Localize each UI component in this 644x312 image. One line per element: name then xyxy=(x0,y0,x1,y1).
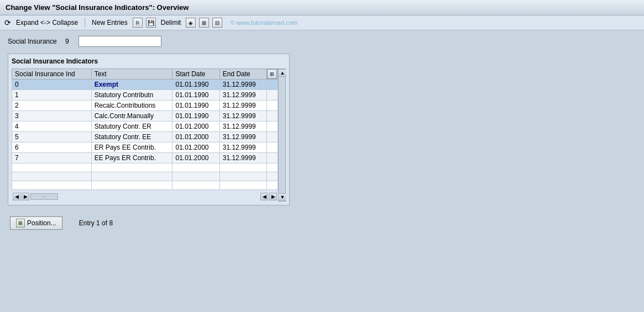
scroll-far-left-btn[interactable]: ◀ xyxy=(260,193,268,200)
table-row[interactable]: 3Calc.Contr.Manually01.01.199031.12.9999 xyxy=(12,111,278,121)
cell-ind: 2 xyxy=(12,101,92,111)
filter-label: Social Insurance xyxy=(8,38,63,45)
col-header-ind: Social Insurance Ind xyxy=(12,69,92,80)
cell-text: Statutory Contr. ER xyxy=(91,121,172,132)
table-settings-icon[interactable]: ⊞ xyxy=(267,69,277,79)
cell-start: 01.01.1990 xyxy=(172,111,219,121)
table-scroll-area: Social Insurance Ind Text Start Date End… xyxy=(12,68,286,202)
cell-start: 01.01.2000 xyxy=(172,142,219,153)
delimit-button[interactable]: Delimit xyxy=(159,18,183,27)
filter-value: 9 xyxy=(65,38,76,45)
icon-copy[interactable]: ⎘ xyxy=(133,18,143,28)
cell-ind: 1 xyxy=(12,90,92,101)
cell-icon xyxy=(267,142,278,153)
cell-icon xyxy=(267,80,278,90)
cell-empty xyxy=(12,163,92,172)
cell-empty xyxy=(91,163,172,172)
col-header-icon: ⊞ xyxy=(267,69,278,80)
filter-input[interactable] xyxy=(78,36,161,47)
cell-empty xyxy=(219,172,266,181)
cell-end: 31.12.9999 xyxy=(219,80,266,90)
cell-start: 01.01.2000 xyxy=(172,153,219,163)
horiz-nav: ◀ ▶ ··· ◀ ▶ xyxy=(12,192,278,202)
cell-empty xyxy=(219,181,266,190)
cell-ind: 4 xyxy=(12,121,92,132)
title-bar: Change View "Social Insurance Indicators… xyxy=(0,0,644,15)
icon-1[interactable]: ◈ xyxy=(186,18,196,28)
watermark: © www.tutorialsmart.com xyxy=(230,19,297,26)
cell-empty xyxy=(267,163,278,172)
cell-ind: 0 xyxy=(12,80,92,90)
new-entries-label: New Entries xyxy=(92,19,128,27)
table-section: Social Insurance Indicators Social Insur… xyxy=(8,54,290,205)
cell-start: 01.01.2000 xyxy=(172,121,219,132)
cell-text: Statutory Contributn xyxy=(91,90,172,101)
vert-scrollbar[interactable]: ▲ ▼ xyxy=(278,68,286,202)
table-row-empty xyxy=(12,172,278,181)
scroll-down-btn[interactable]: ▼ xyxy=(279,193,286,201)
table-row[interactable]: 6ER Pays EE Contrib.01.01.200031.12.9999 xyxy=(12,142,278,153)
cell-text: Calc.Contr.Manually xyxy=(91,111,172,121)
cell-empty xyxy=(267,172,278,181)
table-row[interactable]: 5Statutory Contr. EE01.01.200031.12.9999 xyxy=(12,132,278,142)
new-entries-button[interactable]: New Entries xyxy=(90,18,129,27)
toolbar: ⟳ Expand <-> Collapse New Entries ⎘ 💾 De… xyxy=(0,15,644,30)
data-table: Social Insurance Ind Text Start Date End… xyxy=(12,68,278,190)
cell-empty xyxy=(219,163,266,172)
horiz-thumb[interactable]: ··· xyxy=(30,193,58,200)
table-row[interactable]: 1Statutory Contributn01.01.199031.12.999… xyxy=(12,90,278,101)
cell-ind: 5 xyxy=(12,132,92,142)
cell-empty xyxy=(91,172,172,181)
cell-text: EE Pays ER Contrib. xyxy=(91,153,172,163)
cell-text: Statutory Contr. EE xyxy=(91,132,172,142)
table-row-empty xyxy=(12,181,278,190)
cell-icon xyxy=(267,101,278,111)
scroll-right-btn[interactable]: ▶ xyxy=(22,193,29,200)
cell-ind: 6 xyxy=(12,142,92,153)
separator-1 xyxy=(85,18,85,28)
cell-end: 31.12.9999 xyxy=(219,121,266,132)
cell-empty xyxy=(172,181,219,190)
cell-text: ER Pays EE Contrib. xyxy=(91,142,172,153)
scroll-track xyxy=(279,77,285,193)
filter-row: Social Insurance 9 xyxy=(8,36,636,47)
cell-ind: 7 xyxy=(12,153,92,163)
icon-2[interactable]: ⊞ xyxy=(199,18,209,28)
table-row-empty xyxy=(12,163,278,172)
scroll-up-btn[interactable]: ▲ xyxy=(279,69,286,77)
cell-empty xyxy=(172,163,219,172)
content-area: Social Insurance 9 Social Insurance Indi… xyxy=(0,30,644,235)
expand-collapse-label: Expand <-> Collapse xyxy=(16,19,78,27)
icon-save[interactable]: 💾 xyxy=(146,18,156,28)
table-row[interactable]: 2Recalc.Contributions01.01.199031.12.999… xyxy=(12,101,278,111)
cell-empty xyxy=(12,181,92,190)
col-header-end: End Date xyxy=(219,69,266,80)
cell-icon xyxy=(267,132,278,142)
cell-icon xyxy=(267,111,278,121)
bottom-bar: ⊞ Position... Entry 1 of 8 xyxy=(8,216,636,230)
cell-start: 01.01.1990 xyxy=(172,80,219,90)
table-row[interactable]: 4Statutory Contr. ER01.01.200031.12.9999 xyxy=(12,121,278,132)
col-header-start: Start Date xyxy=(172,69,219,80)
icon-3[interactable]: ⊟ xyxy=(212,18,222,28)
position-button[interactable]: ⊞ Position... xyxy=(10,216,62,230)
cell-end: 31.12.9999 xyxy=(219,90,266,101)
cell-empty xyxy=(267,181,278,190)
cell-empty xyxy=(91,181,172,190)
cell-end: 31.12.9999 xyxy=(219,153,266,163)
table-row[interactable]: 7EE Pays ER Contrib.01.01.200031.12.9999 xyxy=(12,153,278,163)
cell-end: 31.12.9999 xyxy=(219,111,266,121)
cell-text: Recalc.Contributions xyxy=(91,101,172,111)
table-row[interactable]: 0Exempt01.01.199031.12.9999 xyxy=(12,80,278,90)
table-wrapper: Social Insurance Ind Text Start Date End… xyxy=(12,68,278,202)
cell-empty xyxy=(12,172,92,181)
expand-icon: ⟳ xyxy=(4,18,11,27)
cell-end: 31.12.9999 xyxy=(219,142,266,153)
expand-collapse-button[interactable]: Expand <-> Collapse xyxy=(14,18,80,27)
cell-icon xyxy=(267,121,278,132)
delimit-label: Delimit xyxy=(161,19,181,27)
scroll-far-right-btn[interactable]: ▶ xyxy=(269,193,277,200)
scroll-left-btn[interactable]: ◀ xyxy=(13,193,20,200)
cell-start: 01.01.1990 xyxy=(172,90,219,101)
cell-icon xyxy=(267,90,278,101)
